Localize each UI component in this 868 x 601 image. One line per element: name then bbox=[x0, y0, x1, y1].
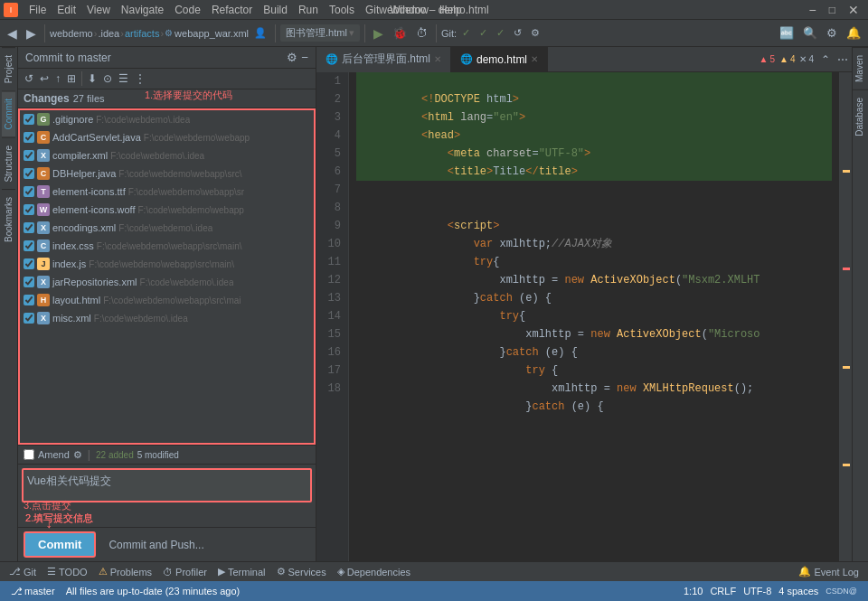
breadcrumb-webdemo[interactable]: webdemo bbox=[50, 28, 93, 39]
services-label: Services bbox=[288, 567, 326, 578]
maximize-button[interactable]: □ bbox=[824, 3, 841, 17]
menu-refactor[interactable]: Refactor bbox=[206, 2, 258, 18]
code-editor: 1 2 3 4 5 6 7 8 9 10 11 12 13 14 15 16 1… bbox=[316, 72, 852, 561]
file-checkbox-layout[interactable] bbox=[24, 295, 34, 305]
amend-settings[interactable]: ⚙ bbox=[73, 449, 82, 461]
indent[interactable]: 4 spaces bbox=[775, 586, 822, 596]
breadcrumb-artifacts[interactable]: artifacts bbox=[125, 28, 160, 39]
file-name: element-icons.woff bbox=[52, 204, 136, 215]
translate-button[interactable]: 🔤 bbox=[776, 24, 797, 42]
problems-icon: ⚠ bbox=[99, 566, 108, 578]
back-button[interactable]: ◀ bbox=[4, 24, 21, 42]
bottom-terminal[interactable]: ▶ Terminal bbox=[212, 564, 271, 579]
file-checkbox-dbhelper[interactable] bbox=[24, 168, 34, 179]
file-type-icon-css: C bbox=[37, 239, 50, 252]
editor-scrollbar[interactable] bbox=[839, 72, 852, 561]
expand-editor-button[interactable]: ⌃ bbox=[817, 53, 834, 66]
git-check3-button[interactable]: ✓ bbox=[493, 25, 508, 41]
file-checkbox-ttf[interactable] bbox=[24, 186, 34, 197]
close-button[interactable]: ✕ bbox=[843, 3, 864, 17]
file-checkbox-misc[interactable] bbox=[24, 313, 34, 324]
commit-settings-button[interactable]: ⚙ bbox=[287, 51, 297, 64]
file-checkbox-compiler[interactable] bbox=[24, 150, 34, 161]
debug-button[interactable]: 🐞 bbox=[389, 24, 410, 42]
file-type-icon-xml2: X bbox=[37, 221, 50, 234]
profiler-icon: ⏱ bbox=[163, 567, 173, 578]
amend-checkbox[interactable] bbox=[24, 449, 34, 460]
structure-label[interactable]: Structure bbox=[2, 137, 15, 190]
database-label[interactable]: Database bbox=[853, 89, 868, 144]
menu-run[interactable]: Run bbox=[293, 2, 324, 18]
git-refresh-button[interactable]: ↺ bbox=[510, 25, 525, 41]
commit-button[interactable]: Commit bbox=[24, 531, 96, 558]
breadcrumb-file[interactable]: ⚙ webapp_war.xml bbox=[165, 28, 249, 39]
breadcrumb-idea[interactable]: .idea bbox=[98, 28, 119, 39]
maven-label[interactable]: Maven bbox=[853, 47, 868, 89]
project-label[interactable]: Project bbox=[2, 47, 15, 90]
encoding[interactable]: UTF-8 bbox=[740, 586, 775, 596]
commit-button-area: 3.点击提交 ↓ Commit Commit and Push... bbox=[18, 527, 316, 561]
file-checkbox-woff[interactable] bbox=[24, 204, 34, 215]
bottom-profiler[interactable]: ⏱ Profiler bbox=[157, 565, 212, 579]
bookmarks-label[interactable]: Bookmarks bbox=[2, 189, 15, 249]
rollback-btn[interactable]: ↩ bbox=[37, 70, 52, 87]
file-checkbox-css[interactable] bbox=[24, 240, 34, 251]
menu-btn[interactable]: ☰ bbox=[116, 70, 131, 87]
chevron-down-icon: ▾ bbox=[349, 27, 354, 39]
more-btn[interactable]: ⋮ bbox=[132, 70, 148, 87]
git-check2-button[interactable]: ✓ bbox=[476, 25, 491, 41]
nav-file-selector[interactable]: 图书管理.html ▾ bbox=[280, 24, 360, 42]
bottom-dependencies[interactable]: ◈ Dependencies bbox=[332, 564, 416, 579]
menu-navigate[interactable]: Navigate bbox=[116, 2, 169, 18]
scroll-indicator-2 bbox=[843, 268, 850, 270]
commit-close-button[interactable]: − bbox=[301, 51, 308, 64]
file-type-icon-html: H bbox=[37, 294, 50, 306]
git-check-button[interactable]: ✓ bbox=[458, 25, 474, 41]
view-btn[interactable]: ⊙ bbox=[100, 70, 115, 87]
code-content[interactable]: <!DOCTYPE html> <html lang="en"> <head> … bbox=[349, 72, 839, 561]
event-log-button[interactable]: 🔔 Event Log bbox=[793, 564, 864, 579]
file-checkbox-jar[interactable] bbox=[24, 277, 34, 287]
bottom-todo[interactable]: ☰ TODO bbox=[42, 564, 93, 579]
tab-guanli[interactable]: 🌐 后台管理界面.html ✕ bbox=[316, 47, 451, 72]
menu-build[interactable]: Build bbox=[258, 2, 293, 18]
forward-button[interactable]: ▶ bbox=[23, 24, 40, 42]
git-tools: Git: ✓ ✓ ✓ ↺ ⚙ bbox=[441, 25, 543, 41]
file-checkbox-addcart[interactable] bbox=[24, 132, 34, 143]
tab-close-icon-1[interactable]: ✕ bbox=[434, 54, 441, 64]
menu-view[interactable]: View bbox=[81, 2, 116, 18]
file-type-icon-xml4: X bbox=[37, 312, 50, 324]
notification-button[interactable]: 🔔 bbox=[843, 24, 864, 42]
file-checkbox-gitignore[interactable] bbox=[24, 114, 34, 125]
menu-tools[interactable]: Tools bbox=[324, 2, 360, 18]
search-button[interactable]: 🔍 bbox=[799, 24, 821, 42]
menu-edit[interactable]: Edit bbox=[52, 2, 81, 18]
diff-btn[interactable]: ⬇ bbox=[85, 70, 99, 87]
commit-message-input[interactable]: Vue相关代码提交 bbox=[22, 468, 312, 502]
commit-and-push-button[interactable]: Commit and Push... bbox=[101, 535, 211, 555]
tab-demo[interactable]: 🌐 demo.html ✕ bbox=[451, 47, 548, 72]
git-settings-button[interactable]: ⚙ bbox=[527, 25, 543, 41]
more-editor-button[interactable]: ⋯ bbox=[834, 53, 852, 66]
annotation-select-code: 1.选择要提交的代码 bbox=[145, 89, 232, 102]
git-status-icon[interactable]: ⎇ master bbox=[7, 586, 59, 597]
commit-label[interactable]: Commit bbox=[2, 90, 15, 136]
bottom-problems[interactable]: ⚠ Problems bbox=[93, 564, 157, 579]
bottom-services[interactable]: ⚙ Services bbox=[271, 564, 332, 579]
bottom-toolbar: ⎇ Git ☰ TODO ⚠ Problems ⏱ Profiler ▶ Ter… bbox=[0, 561, 868, 581]
run-button[interactable]: ▶ bbox=[370, 24, 387, 42]
user-icon[interactable]: 👤 bbox=[250, 25, 270, 41]
file-checkbox-js[interactable] bbox=[24, 258, 34, 269]
layout-btn[interactable]: ⊞ bbox=[64, 70, 79, 87]
menu-file[interactable]: File bbox=[24, 2, 52, 18]
line-ending[interactable]: CRLF bbox=[706, 586, 740, 596]
menu-code[interactable]: Code bbox=[169, 2, 206, 18]
bottom-git[interactable]: ⎇ Git bbox=[4, 564, 42, 579]
settings-button[interactable]: ⚙ bbox=[823, 24, 841, 42]
tab-close-icon-2[interactable]: ✕ bbox=[531, 54, 538, 64]
refresh-btn[interactable]: ↺ bbox=[22, 70, 36, 87]
add-btn[interactable]: ↑ bbox=[52, 70, 63, 87]
profile-button[interactable]: ⏱ bbox=[412, 24, 431, 42]
minimize-button[interactable]: − bbox=[804, 3, 822, 17]
file-checkbox-encodings[interactable] bbox=[24, 222, 34, 233]
